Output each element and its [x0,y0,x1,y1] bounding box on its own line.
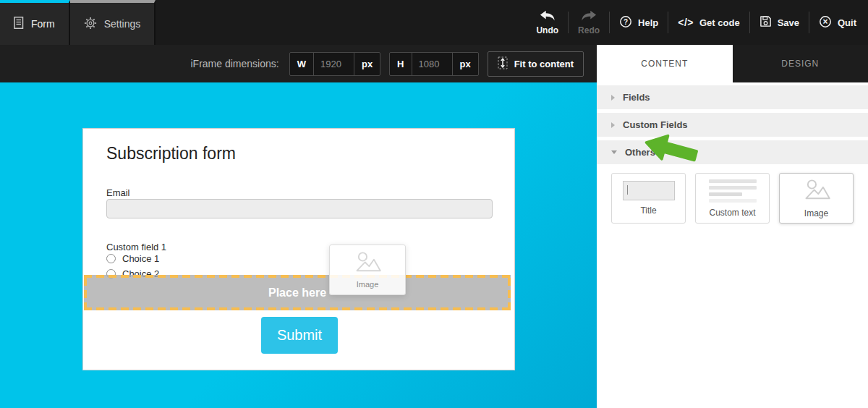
divider [749,12,750,33]
undo-button[interactable]: Undo [536,10,558,35]
content-accordion: Fields Custom Fields Others [597,85,868,164]
help-button[interactable]: ? Help [619,15,658,30]
width-prefix: W [290,53,314,75]
redo-icon [581,10,597,23]
section-custom-fields-label: Custom Fields [623,119,688,130]
tab-settings[interactable]: Settings [70,0,156,45]
svg-text:?: ? [624,17,628,25]
radio-button[interactable] [106,254,116,263]
width-unit: px [354,53,380,75]
divider [809,12,809,33]
tab-form[interactable]: Form [0,0,70,45]
quit-label: Quit [838,17,856,28]
tab-design[interactable]: DESIGN [733,45,868,82]
tab-form-label: Form [31,18,55,30]
topbar-actions: Undo Redo ? Help </> Get code [536,0,868,45]
widget-custom-text[interactable]: Custom text [695,173,770,224]
height-input-group: H 1080 px [389,52,479,76]
section-fields[interactable]: Fields [597,85,868,109]
help-icon: ? [619,15,632,30]
image-icon [352,251,383,276]
iframe-dimensions-label: iFrame dimensions: [191,58,279,69]
help-label: Help [638,17,658,28]
widget-title[interactable]: Title [611,173,686,224]
caret-right-icon [611,122,615,128]
quit-icon: × [819,15,832,30]
fit-to-content-label: Fit to content [514,59,574,69]
topbar: Form Settings Undo Redo [0,0,868,45]
submit-button[interactable]: Submit [261,317,338,354]
fit-to-content-button[interactable]: Fit to content [488,51,584,77]
redo-button[interactable]: Redo [578,10,600,35]
image-icon [801,179,833,203]
svg-text:×: × [822,16,827,26]
drop-hint-label: Place here [268,286,326,299]
widget-custom-text-label: Custom text [709,208,755,218]
section-others[interactable]: Others [597,140,868,164]
form-canvas: Subscription form Email Custom field 1 C… [0,82,597,408]
width-input-group: W 1920 px [289,52,380,76]
iframe-dimensions-bar: iFrame dimensions: W 1920 px H 1080 px F… [0,45,597,82]
quit-button[interactable]: × Quit [819,15,856,30]
editor-tabs: Form Settings [0,0,156,45]
drop-placeholder-zone[interactable]: Place here [84,275,511,310]
height-prefix: H [390,53,412,75]
height-input[interactable]: 1080 [412,53,453,75]
width-input[interactable]: 1920 [314,53,354,75]
divider [609,12,610,33]
save-button[interactable]: Save [760,15,799,30]
form-title: Subscription form [106,144,236,163]
save-icon [760,15,772,30]
get-code-label: Get code [699,17,740,28]
get-code-button[interactable]: </> Get code [678,17,739,28]
choice-1-label: Choice 1 [122,253,159,264]
dragged-widget-label: Image [357,280,379,289]
panel-tabs: CONTENT DESIGN [597,45,868,82]
widget-list: Title Custom text Image [611,173,868,224]
divider [568,12,569,33]
section-others-label: Others [625,147,655,158]
custom-field-label: Custom field 1 [106,242,166,252]
tab-settings-label: Settings [104,18,141,30]
sidebar-panel: CONTENT DESIGN Fields Custom Fields Othe… [597,45,868,408]
widget-image[interactable]: Image [779,173,854,224]
caret-down-icon [611,150,617,154]
dragged-image-widget[interactable]: Image [329,245,406,295]
caret-right-icon [611,95,615,101]
form-preview-card: Subscription form Email Custom field 1 C… [82,128,515,370]
undo-icon [540,10,556,23]
save-label: Save [778,17,799,28]
form-builder-app: Form Settings Undo Redo [0,0,868,408]
form-icon [14,17,24,31]
section-fields-label: Fields [623,92,650,103]
fit-vertical-icon [498,56,508,72]
section-custom-fields[interactable]: Custom Fields [597,113,868,137]
widget-image-label: Image [804,208,828,218]
email-label: Email [106,187,130,198]
tab-content[interactable]: CONTENT [597,45,733,82]
code-icon: </> [678,17,694,28]
widget-title-label: Title [640,205,656,216]
email-input[interactable] [106,199,493,218]
redo-label: Redo [578,25,600,35]
gear-icon [84,17,97,32]
text-lines-icon [709,179,757,203]
choice-1-row: Choice 1 [106,253,159,264]
title-field-icon [623,181,675,200]
height-unit: px [453,53,478,75]
divider [668,12,668,33]
undo-label: Undo [536,25,558,35]
